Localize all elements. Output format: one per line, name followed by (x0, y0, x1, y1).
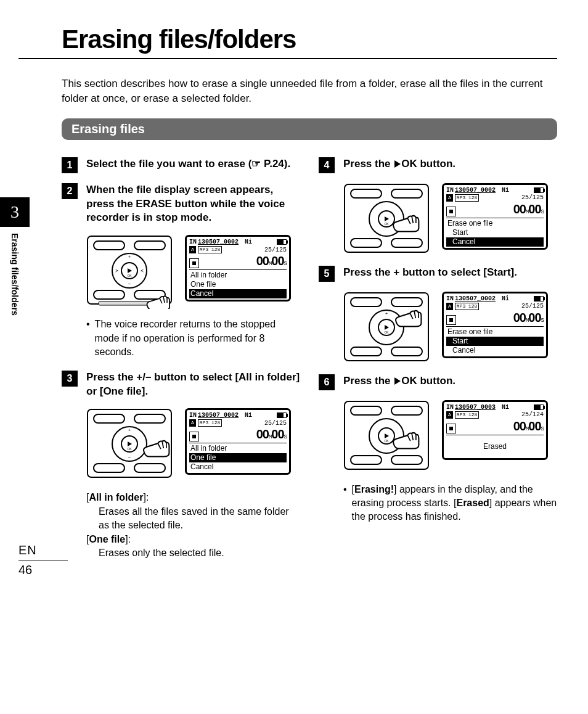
svg-rect-23 (94, 464, 125, 472)
svg-rect-27 (391, 189, 422, 198)
lcd-screen: IN130507_0002 Ni AMP3 12825/125 00M00S E… (442, 292, 548, 358)
figure-step4: OK IN130507_0002 Ni AMP3 12825/125 00M00… (343, 183, 557, 257)
step-5: 5 Press the + button to select [Start]. (319, 266, 557, 282)
step-number: 4 (319, 157, 335, 173)
svg-text:−: − (128, 454, 131, 460)
svg-rect-42 (351, 347, 382, 356)
svg-rect-35 (351, 298, 382, 306)
left-column: 1 Select the file you want to erase (☞ P… (62, 157, 300, 572)
svg-rect-52 (391, 456, 422, 464)
page-number: 46 (18, 563, 68, 577)
svg-text:−: − (128, 281, 131, 287)
step-3: 3 Press the +/– button to select [All in… (62, 371, 300, 399)
device-illustration: OK + − (86, 235, 173, 309)
svg-text:OK: OK (384, 222, 389, 226)
svg-rect-43 (391, 347, 422, 356)
svg-text:OK: OK (127, 447, 132, 451)
svg-rect-36 (391, 298, 422, 306)
page-footer: EN 46 (18, 543, 68, 577)
lcd-screen: IN130507_0002 Ni AMP3 12825/125 00M00S A… (185, 408, 291, 475)
intro-text: This section describes how to erase a si… (62, 76, 557, 106)
step-2: 2 When the file display screen appears, … (62, 183, 300, 226)
svg-rect-15 (94, 414, 125, 423)
step-number: 5 (319, 266, 335, 282)
step-1: 1 Select the file you want to erase (☞ P… (62, 157, 300, 173)
svg-text:OK: OK (384, 330, 389, 334)
step-4: 4 Press the OK button. (319, 157, 557, 173)
step-text: Press the + button to select [Start]. (343, 266, 517, 282)
svg-text:+: + (385, 311, 388, 316)
title-rule (18, 58, 557, 59)
chapter-label: Erasing files/folders (10, 233, 20, 316)
svg-rect-26 (351, 189, 382, 198)
svg-rect-24 (134, 464, 165, 472)
step-text: Press the +/– button to select [All in f… (86, 371, 300, 399)
svg-text:OK: OK (127, 274, 132, 277)
sidebar-tab: 3 Erasing files/folders (0, 197, 30, 316)
definitions: [All in folder]: Erases all the files sa… (86, 491, 300, 560)
step-number: 3 (62, 371, 78, 387)
device-illustration: OK (343, 183, 430, 257)
step-text: Press the OK button. (343, 374, 455, 390)
step-text: Select the file you want to erase (☞ P.2… (86, 157, 290, 173)
play-icon (394, 377, 401, 385)
step-number: 6 (319, 374, 335, 390)
svg-rect-45 (351, 406, 382, 415)
step-6: 6 Press the OK button. (319, 374, 557, 390)
right-column: 4 Press the OK button. OK (319, 157, 557, 572)
lcd-screen: IN130507_0002 Ni AMP3 12825/125 00M00S E… (442, 183, 548, 250)
play-icon (394, 160, 401, 168)
lcd-menu: All in folder One file Cancel (189, 271, 287, 298)
step-number: 2 (62, 183, 78, 199)
svg-text:OK: OK (384, 439, 389, 443)
figure-step6: OK IN130507_0003 Ni AMP3 12825/124 00M00… (343, 400, 557, 474)
device-illustration: OK (343, 400, 430, 474)
language-code: EN (18, 543, 68, 557)
page-title: Erasing files/folders (62, 25, 557, 54)
svg-rect-32 (351, 239, 382, 247)
step-text: When the file display screen appears, pr… (86, 183, 300, 226)
svg-rect-16 (134, 414, 165, 423)
step-number: 1 (62, 157, 78, 173)
figure-step2: OK + − IN130507_0002 Ni AMP3 12825/125 0… (86, 235, 300, 309)
lcd-screen: IN130507_0003 Ni AMP3 12825/124 00M00S E… (442, 400, 548, 460)
chapter-number: 3 (0, 197, 30, 227)
section-heading: Erasing files (62, 118, 557, 140)
step-text: Press the OK button. (343, 157, 455, 173)
svg-text:+: + (128, 254, 131, 260)
svg-text:+: + (128, 427, 131, 433)
svg-rect-33 (391, 239, 422, 247)
svg-rect-2 (134, 241, 165, 250)
svg-rect-46 (391, 406, 422, 415)
note-step6: • [Erasing!] appears in the display, and… (343, 483, 557, 524)
note-step2: •The voice recorder returns to the stopp… (86, 318, 300, 359)
device-illustration: OK + (343, 292, 430, 366)
svg-rect-1 (94, 241, 125, 250)
svg-rect-11 (94, 290, 125, 299)
figure-step5: OK + IN130507_0002 Ni AMP3 12825/125 00M… (343, 292, 557, 366)
device-illustration: OK + − (86, 408, 173, 482)
figure-step3: OK + − IN130507_0002 Ni AMP3 12825/125 0… (86, 408, 300, 482)
lcd-screen: IN130507_0002 Ni AMP3 12825/125 00M00S A… (185, 235, 291, 302)
svg-rect-51 (351, 456, 382, 464)
